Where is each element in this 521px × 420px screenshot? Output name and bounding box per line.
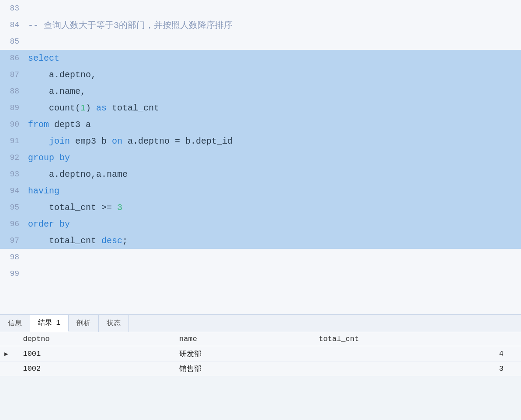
col-name: name xyxy=(175,332,314,346)
code-line-92: 92 group by xyxy=(0,149,521,166)
line-content: join emp3 b on a.deptno = b.dept_id xyxy=(26,136,521,146)
code-line-87: 87 a.deptno, xyxy=(0,66,521,83)
line-number: 85 xyxy=(0,37,26,46)
line-number: 96 xyxy=(0,220,26,228)
line-number: 84 xyxy=(0,21,26,29)
tab-result1[interactable]: 结果 1 xyxy=(30,315,69,332)
line-number: 91 xyxy=(0,137,26,145)
code-line-90: 90 from dept3 a xyxy=(0,116,521,133)
cell-total-cnt: 3 xyxy=(314,361,521,376)
cell-deptno: 1001 xyxy=(18,346,175,361)
line-number: 92 xyxy=(0,153,26,162)
line-content: count(1) as total_cnt xyxy=(26,103,521,113)
code-line-93: 93 a.deptno,a.name xyxy=(0,166,521,182)
code-editor[interactable]: 83 84 -- 查询人数大于等于3的部门，并按照人数降序排序 85 86 se… xyxy=(0,0,521,314)
line-content: a.name, xyxy=(26,86,521,96)
line-content: group by xyxy=(26,153,521,163)
bottom-panel: 信息 结果 1 剖析 状态 deptno name total_cnt ▶ 10… xyxy=(0,314,521,376)
code-line-98: 98 xyxy=(0,249,521,265)
table-row: ▶ 1001 研发部 4 xyxy=(0,346,521,361)
cell-total-cnt: 4 xyxy=(314,346,521,361)
code-line-91: 91 join emp3 b on a.deptno = b.dept_id xyxy=(0,133,521,149)
row-indicator xyxy=(0,361,18,376)
line-content: having xyxy=(26,186,521,196)
line-number: 87 xyxy=(0,70,26,79)
table-row: 1002 销售部 3 xyxy=(0,361,521,376)
line-number: 99 xyxy=(0,269,26,278)
line-number: 97 xyxy=(0,236,26,245)
code-line-89: 89 count(1) as total_cnt xyxy=(0,100,521,116)
cell-name: 销售部 xyxy=(175,361,314,376)
line-number: 93 xyxy=(0,170,26,179)
line-number: 83 xyxy=(0,4,26,13)
line-content: order by xyxy=(26,219,521,229)
line-number: 86 xyxy=(0,54,26,62)
line-number: 90 xyxy=(0,120,26,129)
tab-info[interactable]: 信息 xyxy=(0,315,30,332)
code-line-86: 86 select xyxy=(0,50,521,66)
line-number: 98 xyxy=(0,253,26,262)
line-number: 88 xyxy=(0,87,26,96)
col-total-cnt: total_cnt xyxy=(314,332,521,346)
line-content: a.deptno,a.name xyxy=(26,169,521,179)
line-number: 94 xyxy=(0,186,26,195)
code-line-94: 94 having xyxy=(0,182,521,199)
code-line-84: 84 -- 查询人数大于等于3的部门，并按照人数降序排序 xyxy=(0,17,521,33)
tab-analyze[interactable]: 剖析 xyxy=(69,315,99,332)
cell-deptno: 1002 xyxy=(18,361,175,376)
line-content: select xyxy=(26,53,521,63)
code-line-97: 97 total_cnt desc; xyxy=(0,232,521,249)
cell-name: 研发部 xyxy=(175,346,314,361)
line-content: -- 查询人数大于等于3的部门，并按照人数降序排序 xyxy=(26,19,521,31)
tab-status[interactable]: 状态 xyxy=(99,315,129,332)
line-number: 95 xyxy=(0,203,26,212)
col-deptno: deptno xyxy=(18,332,175,346)
tabs-row: 信息 结果 1 剖析 状态 xyxy=(0,315,521,332)
row-indicator: ▶ xyxy=(0,346,18,361)
line-content: total_cnt desc; xyxy=(26,236,521,246)
code-line-99: 99 xyxy=(0,265,521,282)
code-line-95: 95 total_cnt >= 3 xyxy=(0,199,521,216)
code-line-96: 96 order by xyxy=(0,216,521,232)
code-line-83: 83 xyxy=(0,0,521,17)
code-line-85: 85 xyxy=(0,33,521,50)
line-number: 89 xyxy=(0,103,26,112)
col-indicator xyxy=(0,332,18,346)
line-content: from dept3 a xyxy=(26,120,521,130)
line-content: total_cnt >= 3 xyxy=(26,203,521,213)
code-line-88: 88 a.name, xyxy=(0,83,521,100)
result-table: deptno name total_cnt ▶ 1001 研发部 4 1002 … xyxy=(0,332,521,376)
line-content: a.deptno, xyxy=(26,70,521,80)
